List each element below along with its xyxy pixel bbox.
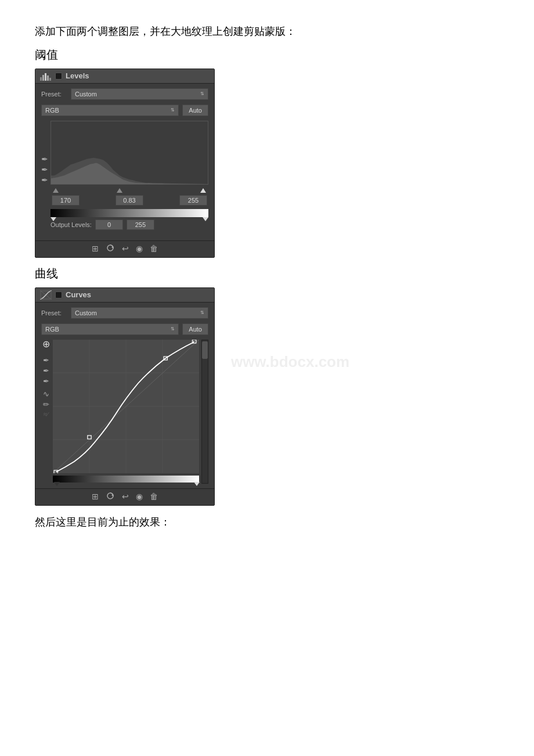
curves-channel-arrow-icon: ⇅	[171, 326, 175, 332]
svg-rect-2	[45, 73, 46, 81]
target-tool-icon[interactable]: ⊕	[41, 340, 50, 349]
svg-rect-0	[40, 77, 42, 81]
input-sliders-row	[50, 188, 208, 193]
svg-marker-26	[111, 494, 113, 496]
levels-panel-header: Levels	[35, 69, 214, 84]
curves-panel-body: Preset: Custom ⇅ RGB ⇅ Auto ⊕	[35, 303, 214, 488]
clip-icon[interactable]: ⊞	[92, 244, 99, 254]
watermark: www.bdocx.com	[231, 352, 349, 370]
preset-label: Preset:	[41, 91, 67, 98]
channel-value: RGB	[45, 107, 59, 114]
svg-marker-9	[111, 246, 113, 249]
curves-visibility-icon[interactable]: ◉	[136, 492, 143, 502]
intro-text: 添加下面两个调整图层，并在大地纹理上创建剪贴蒙版：	[35, 23, 499, 40]
delete-icon[interactable]: 🗑	[150, 244, 158, 254]
preset-select[interactable]: Custom ⇅	[71, 88, 208, 100]
curves-channel-row: RGB ⇅ Auto	[41, 323, 208, 335]
channel-arrow-icon: ⇅	[171, 107, 175, 113]
white-point-slider[interactable]	[200, 188, 206, 193]
output-label: Output Levels:	[50, 221, 92, 228]
levels-section-label: 阈值	[35, 47, 499, 63]
curves-refresh-icon[interactable]	[106, 492, 115, 502]
midtone-input[interactable]: 0.83	[116, 195, 143, 206]
channel-row: RGB ⇅ Auto	[41, 105, 208, 116]
output-black-slider[interactable]	[50, 217, 56, 221]
curves-preset-arrow-icon: ⇅	[200, 310, 204, 315]
svg-rect-1	[42, 75, 44, 81]
curves-black-slider[interactable]	[54, 482, 60, 486]
curves-white-slider[interactable]	[194, 482, 200, 486]
curves-toolbar: ⊞ ↩ ◉ 🗑	[35, 488, 214, 505]
white-eyedropper-curves-icon[interactable]: ✒	[41, 377, 50, 385]
curves-scrollbar[interactable]	[201, 340, 208, 484]
reset-icon[interactable]: ↩	[122, 244, 129, 254]
curves-tools: ⊕ ✒ ✒ ✒ ∿ ✏ ≈∕	[41, 340, 50, 484]
output-white-slider[interactable]	[203, 217, 208, 221]
curves-delete-icon[interactable]: 🗑	[150, 492, 158, 502]
curves-preset-value: Custom	[75, 309, 97, 316]
midtone-slider[interactable]	[117, 188, 122, 193]
final-text: 然后这里是目前为止的效果：	[35, 515, 499, 529]
curves-section-wrapper: 曲线 www.bdocx.com Curves Preset:	[35, 266, 499, 506]
eyedroppers: ✒ ✒ ✒	[41, 121, 48, 233]
smooth-curve-icon[interactable]: ∿	[41, 390, 50, 398]
output-white-input[interactable]	[127, 219, 154, 230]
levels-visibility-dot[interactable]	[55, 73, 62, 80]
black-input[interactable]: 170	[52, 195, 80, 206]
histogram-area	[50, 121, 208, 185]
curves-visibility-dot[interactable]	[55, 291, 62, 298]
channel-select[interactable]: RGB ⇅	[41, 105, 179, 116]
levels-panel: Levels Preset: Custom ⇅ RGB ⇅ Auto ✒ ✒	[35, 69, 215, 258]
svg-rect-4	[49, 78, 51, 81]
curves-gradient-bar	[53, 476, 199, 483]
scrollbar-thumb[interactable]	[202, 341, 208, 359]
levels-toolbar: ⊞ ↩ ◉ 🗑	[35, 240, 214, 257]
curves-channel-value: RGB	[45, 326, 59, 333]
preset-arrow-icon: ⇅	[200, 91, 204, 96]
white-input[interactable]: 255	[179, 195, 207, 206]
gray-eyedropper-curves-icon[interactable]: ✒	[41, 367, 50, 375]
preset-row: Preset: Custom ⇅	[41, 88, 208, 100]
output-gradient-bar	[50, 209, 208, 217]
curves-auto-button[interactable]: Auto	[182, 323, 208, 335]
curves-clip-icon[interactable]: ⊞	[92, 492, 99, 502]
black-eyedropper-icon[interactable]: ✒	[41, 156, 48, 164]
curves-preset-row: Preset: Custom ⇅	[41, 307, 208, 319]
visibility-icon[interactable]: ◉	[136, 244, 143, 254]
levels-panel-body: Preset: Custom ⇅ RGB ⇅ Auto ✒ ✒ ✒	[35, 84, 214, 240]
svg-rect-3	[47, 75, 49, 81]
black-eyedropper-curves-icon[interactable]: ✒	[41, 357, 50, 364]
auto-button[interactable]: Auto	[182, 105, 208, 116]
curves-graph-area[interactable]	[53, 340, 199, 473]
refresh-icon[interactable]	[106, 244, 115, 254]
levels-icon	[40, 71, 52, 81]
black-point-slider[interactable]	[53, 188, 59, 193]
preset-value: Custom	[75, 91, 97, 98]
curves-preset-label: Preset:	[41, 309, 67, 316]
curves-reset-icon[interactable]: ↩	[122, 492, 129, 502]
levels-panel-title: Levels	[66, 71, 89, 80]
curves-icon	[40, 290, 52, 300]
curves-section-label: 曲线	[35, 266, 499, 282]
curves-preset-select[interactable]: Custom ⇅	[71, 307, 208, 319]
output-row: Output Levels:	[50, 219, 208, 230]
gray-eyedropper-icon[interactable]: ✒	[41, 166, 48, 174]
smooth-tool-icon[interactable]: ≈∕	[41, 411, 50, 417]
curves-channel-select[interactable]: RGB ⇅	[41, 323, 179, 335]
output-black-input[interactable]	[95, 219, 123, 230]
curves-panel-title: Curves	[66, 290, 91, 299]
curves-panel: Curves Preset: Custom ⇅ RGB ⇅ Auto	[35, 287, 215, 506]
white-eyedropper-icon[interactable]: ✒	[41, 177, 48, 185]
input-values-row: 170 0.83 255	[50, 195, 208, 206]
pencil-tool-icon[interactable]: ✏	[41, 401, 50, 408]
curves-panel-header: Curves	[35, 288, 214, 303]
